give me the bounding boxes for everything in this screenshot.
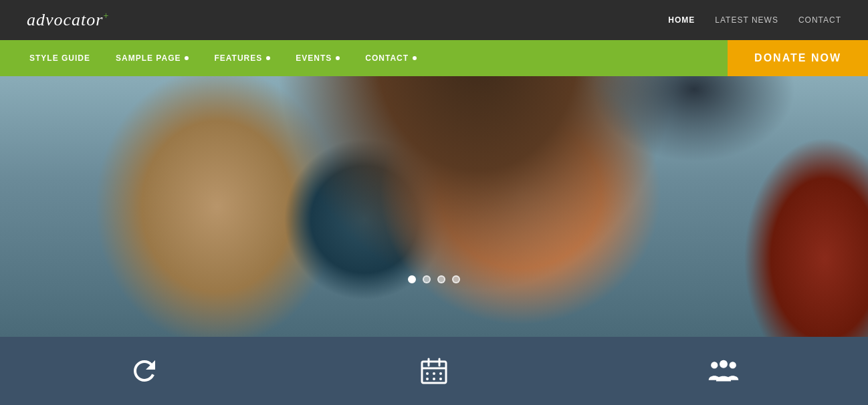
top-nav-home[interactable]: HOME (668, 15, 695, 25)
donate-now-button[interactable]: DONATE NOW (728, 40, 868, 76)
hero-background-image (0, 76, 868, 337)
refresh-icon-item[interactable] (0, 355, 290, 387)
nav-dot (336, 56, 340, 60)
svg-point-8 (433, 378, 435, 380)
nav-dot (266, 56, 270, 60)
logo-sup: + (103, 11, 109, 21)
top-bar: advocator+ HOME LATEST NEWS CONTACT (0, 0, 868, 40)
svg-point-12 (720, 360, 728, 368)
top-nav-contact[interactable]: CONTACT (798, 15, 841, 25)
nav-dot (185, 56, 189, 60)
svg-point-9 (439, 378, 442, 380)
nav-events[interactable]: EVENTS (286, 40, 349, 76)
logo[interactable]: advocator+ (27, 10, 109, 30)
group-icon (708, 355, 740, 387)
slider-dot-3[interactable] (437, 275, 445, 283)
hero-slider (0, 76, 868, 337)
logo-text: advocator (27, 10, 103, 29)
slider-dot-2[interactable] (423, 275, 431, 283)
svg-point-4 (426, 372, 429, 375)
nav-dot (413, 56, 417, 60)
nav-sample-page[interactable]: SAMPLE PAGE (106, 40, 198, 76)
top-navigation: HOME LATEST NEWS CONTACT (668, 15, 841, 25)
svg-point-10 (711, 362, 718, 368)
svg-point-5 (433, 372, 435, 375)
top-nav-latest-news[interactable]: LATEST NEWS (715, 15, 778, 25)
nav-style-guide[interactable]: STYLE GUIDE (20, 40, 100, 76)
nav-contact[interactable]: CONTACT (356, 40, 426, 76)
svg-point-6 (439, 372, 442, 375)
refresh-icon (128, 355, 160, 387)
main-navigation-bar: STYLE GUIDE SAMPLE PAGE FEATURES EVENTS … (0, 40, 868, 76)
slider-dot-1[interactable] (408, 275, 416, 283)
group-icon-item[interactable] (578, 355, 868, 387)
calendar-icon-item[interactable] (290, 355, 579, 387)
slider-dot-4[interactable] (452, 275, 460, 283)
slider-dots (408, 275, 460, 283)
nav-features[interactable]: FEATURES (205, 40, 280, 76)
main-nav-links: STYLE GUIDE SAMPLE PAGE FEATURES EVENTS … (0, 40, 728, 76)
calendar-icon (418, 355, 450, 387)
icons-bar (0, 337, 868, 405)
svg-point-11 (729, 362, 736, 368)
svg-point-7 (426, 378, 429, 380)
